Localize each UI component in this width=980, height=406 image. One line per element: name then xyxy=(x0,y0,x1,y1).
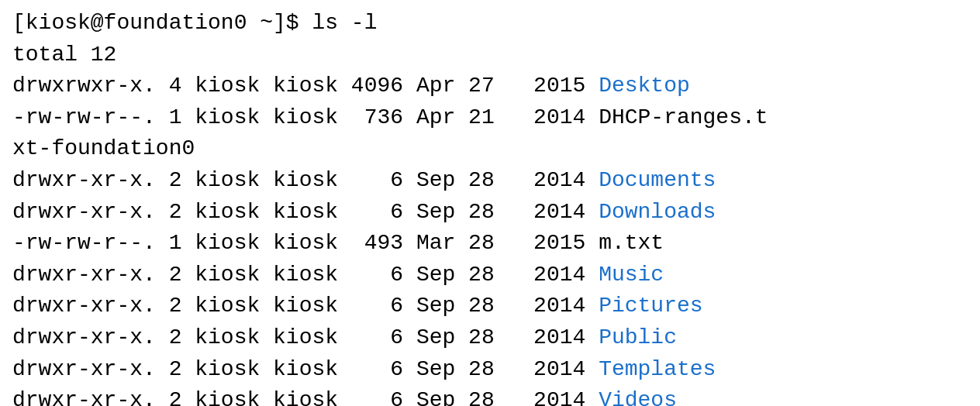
file-name: Music xyxy=(599,263,664,287)
terminal-output: [kiosk@foundation0 ~]$ ls -l total 12 dr… xyxy=(12,8,968,406)
terminal-row: drwxr-xr-x. 2 kiosk kiosk 6 Sep 28 2014 … xyxy=(12,385,968,406)
total-line: total 12 xyxy=(12,40,968,71)
file-name: Videos xyxy=(599,388,677,406)
continuation-line: xt-foundation0 xyxy=(12,133,968,165)
file-name: m.txt xyxy=(599,231,664,255)
file-name: Documents xyxy=(599,168,716,192)
file-name: Desktop xyxy=(599,74,690,98)
terminal-row: -rw-rw-r--. 1 kiosk kiosk 736 Apr 21 201… xyxy=(12,102,968,134)
file-name: Pictures xyxy=(599,294,702,318)
file-name: Downloads xyxy=(599,200,716,224)
terminal-row: drwxr-xr-x. 2 kiosk kiosk 6 Sep 28 2014 … xyxy=(12,354,968,386)
terminal-row: drwxrwxr-x. 4 kiosk kiosk 4096 Apr 27 20… xyxy=(12,71,968,102)
terminal-row: drwxr-xr-x. 2 kiosk kiosk 6 Sep 28 2014 … xyxy=(12,260,968,291)
terminal-row: drwxr-xr-x. 2 kiosk kiosk 6 Sep 28 2014 … xyxy=(12,165,968,197)
file-name: Public xyxy=(599,325,677,349)
file-name: Templates xyxy=(599,357,716,381)
prompt-line: [kiosk@foundation0 ~]$ ls -l xyxy=(12,8,968,40)
terminal-row: drwxr-xr-x. 2 kiosk kiosk 6 Sep 28 2014 … xyxy=(12,291,968,322)
terminal-row: -rw-rw-r--. 1 kiosk kiosk 493 Mar 28 201… xyxy=(12,228,968,260)
terminal-row: drwxr-xr-x. 2 kiosk kiosk 6 Sep 28 2014 … xyxy=(12,197,968,229)
file-name: DHCP-ranges.t xyxy=(599,105,768,129)
terminal-row: drwxr-xr-x. 2 kiosk kiosk 6 Sep 28 2014 … xyxy=(12,322,968,354)
